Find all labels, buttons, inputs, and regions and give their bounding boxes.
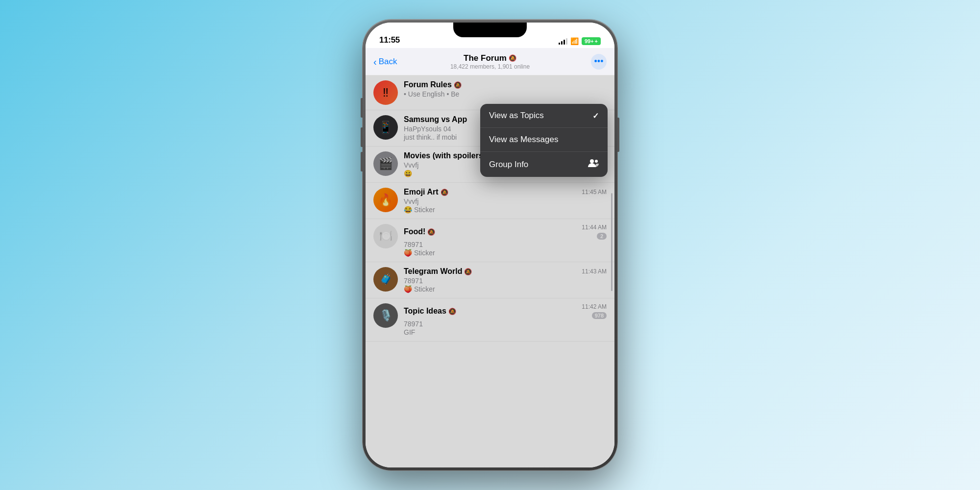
channel-name: The Forum 🔕	[450, 53, 530, 63]
scroll-indicator	[611, 193, 612, 291]
chat-preview: GIF	[404, 328, 607, 336]
mute-icon: 🔕	[454, 81, 462, 89]
signal-icon	[559, 38, 567, 45]
chat-name: Samsung vs App	[404, 115, 467, 124]
chat-name: Food! 🔕	[404, 227, 435, 236]
header-title-group: The Forum 🔕 18,422 members, 1,901 online	[450, 53, 530, 70]
unread-badge: 2	[597, 233, 607, 240]
wifi-icon: 📶	[570, 37, 579, 45]
chat-content: Forum Rules 🔕 • Use English • Be	[404, 80, 607, 98]
chat-preview: 🍑 Sticker	[404, 249, 607, 257]
svg-point-1	[595, 160, 598, 163]
chat-time: 11:44 AM	[582, 224, 607, 231]
chat-name: Emoji Art 🔕	[404, 188, 448, 196]
chat-sender: 78971	[404, 320, 607, 328]
chat-preview: 😂 Sticker	[404, 206, 607, 214]
avatar: 🎬	[373, 151, 398, 176]
nav-header: ‹ Back The Forum 🔕 18,422 members, 1,901…	[366, 48, 614, 75]
dropdown-item-group-info[interactable]: Group Info	[480, 152, 608, 177]
list-item[interactable]: 🔥 Emoji Art 🔕 11:45 AM Vvvfj 😂 Sticker	[366, 183, 614, 219]
mute-status-icon: 🔕	[509, 54, 516, 62]
notch	[453, 23, 527, 37]
status-icons: 📶 99++	[559, 37, 601, 45]
chat-sender: Vvvfj	[404, 197, 607, 205]
avatar: 🔥	[373, 188, 398, 212]
group-info-label: Group Info	[489, 160, 528, 170]
chat-content: Telegram World 🔕 11:43 AM 78971 🍑 Sticke…	[404, 267, 607, 293]
chat-name: Forum Rules 🔕	[404, 80, 462, 89]
avatar: 🍽️	[373, 224, 398, 248]
back-chevron-icon: ‹	[373, 57, 377, 67]
member-count: 18,422 members, 1,901 online	[450, 63, 530, 70]
chat-content: Topic Ideas 🔕 11:42 AM 978 78971 GIF	[404, 303, 607, 336]
chat-meta: 11:44 AM 2	[582, 224, 607, 240]
battery-indicator: 99++	[582, 37, 601, 45]
unread-badge: 978	[592, 312, 607, 319]
dropdown-item-view-topics[interactable]: View as Topics ✓	[480, 104, 608, 128]
list-item[interactable]: 🍽️ Food! 🔕 11:44 AM 2 78971 🍑 Sticker	[366, 219, 614, 262]
avatar: 📱	[373, 115, 398, 140]
svg-point-0	[590, 159, 594, 163]
chat-preview: 🍑 Sticker	[404, 285, 607, 293]
avatar: 🎙️	[373, 303, 398, 328]
chat-preview: • Use English • Be	[404, 90, 607, 98]
chat-time: 11:45 AM	[582, 189, 607, 196]
mute-icon: 🔕	[448, 308, 456, 315]
view-messages-label: View as Messages	[489, 135, 558, 145]
list-item[interactable]: 🎙️ Topic Ideas 🔕 11:42 AM 978 78971 GIF	[366, 298, 614, 342]
more-dots-icon: •••	[594, 56, 604, 67]
chat-name: Topic Ideas 🔕	[404, 307, 456, 316]
phone-frame: 11:55 📶 99++ ‹ Back	[363, 20, 617, 470]
chat-time: 11:42 AM	[582, 303, 607, 310]
back-label: Back	[379, 57, 397, 67]
view-topics-label: View as Topics	[489, 111, 544, 121]
chat-sender: 78971	[404, 277, 607, 285]
chat-content: Emoji Art 🔕 11:45 AM Vvvfj 😂 Sticker	[404, 188, 607, 214]
chat-list: ‼️ Forum Rules 🔕 • Use English • Be 📱	[366, 75, 614, 467]
mute-icon: 🔕	[427, 228, 435, 236]
chat-sender: 78971	[404, 241, 607, 248]
chat-name: Telegram World 🔕	[404, 267, 472, 276]
chat-time: 11:43 AM	[582, 268, 607, 275]
mute-icon: 🔕	[464, 268, 472, 275]
check-icon: ✓	[592, 111, 599, 121]
mute-icon: 🔕	[441, 189, 448, 196]
chat-content: Food! 🔕 11:44 AM 2 78971 🍑 Sticker	[404, 224, 607, 257]
dropdown-menu: View as Topics ✓ View as Messages Group …	[480, 104, 608, 177]
more-options-button[interactable]: •••	[591, 54, 607, 70]
chat-meta: 11:42 AM 978	[582, 303, 607, 319]
group-info-icon	[588, 159, 599, 170]
dropdown-item-view-messages[interactable]: View as Messages	[480, 128, 608, 152]
status-time: 11:55	[379, 35, 400, 45]
list-item[interactable]: 🧳 Telegram World 🔕 11:43 AM 78971 🍑 Stic…	[366, 262, 614, 298]
phone-screen: 11:55 📶 99++ ‹ Back	[366, 23, 614, 467]
avatar: ‼️	[373, 80, 398, 105]
avatar: 🧳	[373, 267, 398, 292]
back-button[interactable]: ‹ Back	[373, 57, 397, 67]
